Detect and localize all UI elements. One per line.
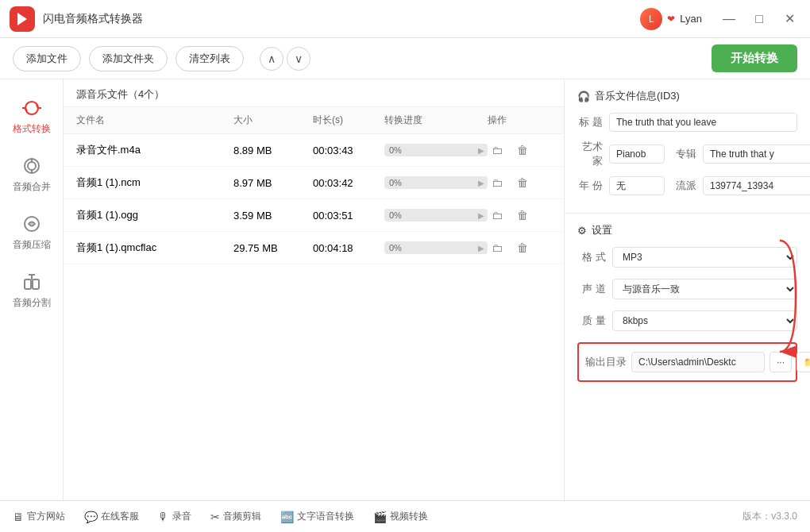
progress-text: 0%: [389, 210, 402, 220]
delete-button[interactable]: 🗑: [513, 206, 532, 225]
col-size: 大小: [233, 114, 313, 127]
right-panel: 🎧 音乐文件信息(ID3) 标 题 艺术家 专辑 年 份 流派: [564, 79, 810, 500]
file-size: 8.89 MB: [233, 145, 313, 156]
output-dots-button[interactable]: ···: [770, 352, 792, 372]
quality-select[interactable]: 8kbps 128kbps 192kbps 320kbps: [612, 310, 797, 331]
progress-bar: 0% ▶: [384, 176, 488, 189]
genre-input[interactable]: [703, 176, 810, 195]
minimize-button[interactable]: —: [718, 8, 740, 30]
format-label: 格 式: [577, 250, 606, 264]
year-label: 年 份: [577, 179, 603, 193]
output-folder-button[interactable]: 📁: [796, 352, 810, 372]
delete-button[interactable]: 🗑: [513, 141, 532, 160]
support-icon: 💬: [84, 511, 98, 523]
file-size: 8.97 MB: [233, 177, 313, 189]
file-duration: 00:03:42: [313, 177, 384, 189]
video-icon: 🎬: [373, 511, 387, 523]
bottombar-item-video[interactable]: 🎬 视频转换: [373, 510, 428, 523]
add-folder-button[interactable]: 添加文件夹: [89, 46, 168, 71]
format-select[interactable]: MP3 AAC FLAC WAV OGG: [612, 247, 797, 268]
delete-button[interactable]: 🗑: [513, 173, 532, 192]
bottombar-item-tts[interactable]: 🔤 文字语音转换: [280, 510, 354, 523]
clear-list-button[interactable]: 清空列表: [176, 46, 244, 71]
info-title-row: 标 题: [577, 113, 797, 132]
sidebar-item-merge[interactable]: 音频合并: [0, 145, 63, 203]
bottombar-item-website[interactable]: 🖥 官方网站: [13, 510, 65, 523]
year-input[interactable]: [609, 176, 665, 195]
progress-bar: 0% ▶: [384, 209, 488, 222]
user-info: L ❤ Lyan: [640, 8, 702, 30]
open-folder-button[interactable]: 🗀: [488, 206, 507, 225]
app-title: 闪电音频格式转换器: [43, 12, 640, 26]
col-action: 操作: [488, 114, 551, 127]
output-section: 输出目录 ··· 📁: [577, 342, 797, 382]
delete-button[interactable]: 🗑: [513, 238, 532, 257]
svg-marker-0: [17, 13, 27, 25]
app-logo: [10, 6, 35, 32]
record-icon: 🎙: [158, 511, 169, 523]
sidebar-label-split: 音频分割: [13, 296, 51, 310]
file-name: 音频1 (1).qmcflac: [76, 241, 233, 255]
col-filename: 文件名: [76, 114, 233, 127]
output-label: 输出目录: [585, 355, 627, 369]
table-row: 音频1 (1).qmcflac 29.75 MB 00:04:18 0% ▶ 🗀…: [64, 232, 564, 264]
sidebar-item-split[interactable]: 音频分割: [0, 261, 63, 319]
user-name: Lyan: [680, 13, 702, 25]
channel-select[interactable]: 与源音乐一致 单声道 立体声: [612, 279, 797, 299]
bottombar-item-record[interactable]: 🎙 录音: [158, 510, 191, 523]
maximize-button[interactable]: □: [748, 8, 770, 30]
action-buttons: 🗀 🗑: [488, 206, 551, 225]
artist-input[interactable]: [609, 145, 665, 164]
file-area: 源音乐文件（4个） 文件名 大小 时长(s) 转换进度 操作 录音文件.m4a …: [64, 79, 564, 500]
file-size: 29.75 MB: [233, 242, 313, 254]
output-path-input[interactable]: [631, 352, 765, 372]
file-size: 3.59 MB: [233, 210, 313, 222]
info-section-title: 🎧 音乐文件信息(ID3): [577, 89, 797, 103]
action-buttons: 🗀 🗑: [488, 173, 551, 192]
titlebar: 闪电音频格式转换器 L ❤ Lyan — □ ✕: [0, 0, 810, 38]
open-folder-button[interactable]: 🗀: [488, 141, 507, 160]
start-convert-button[interactable]: 开始转换: [712, 44, 797, 72]
add-file-button[interactable]: 添加文件: [13, 46, 81, 71]
avatar: L: [640, 8, 662, 30]
version-text: 版本：v3.3.0: [742, 510, 797, 523]
channel-row: 声 道 与源音乐一致 单声道 立体声: [577, 279, 797, 299]
edit-label: 音频剪辑: [223, 510, 261, 523]
channel-label: 声 道: [577, 282, 606, 296]
move-up-button[interactable]: ∧: [260, 47, 284, 71]
video-label: 视频转换: [390, 510, 428, 523]
svg-rect-7: [33, 279, 39, 289]
open-folder-button[interactable]: 🗀: [488, 173, 507, 192]
bottombar-item-edit[interactable]: ✂ 音频剪辑: [210, 510, 261, 523]
open-folder-button[interactable]: 🗀: [488, 238, 507, 257]
title-input[interactable]: [609, 113, 797, 132]
settings-title: ⚙ 设置: [577, 223, 797, 237]
heart-icon: ❤: [667, 13, 675, 25]
bottombar-item-support[interactable]: 💬 在线客服: [84, 510, 139, 523]
gear-icon: ⚙: [577, 225, 587, 237]
sidebar-item-format[interactable]: 格式转换: [0, 87, 63, 145]
sidebar-label-merge: 音频合并: [13, 180, 51, 194]
website-icon: 🖥: [13, 511, 24, 523]
move-down-button[interactable]: ∨: [287, 47, 310, 71]
action-buttons: 🗀 🗑: [488, 141, 551, 160]
format-convert-icon: [21, 97, 43, 119]
col-duration: 时长(s): [313, 114, 384, 127]
sidebar-label-compress: 音频压缩: [13, 238, 51, 252]
file-name: 录音文件.m4a: [76, 143, 233, 157]
progress-text: 0%: [389, 178, 402, 187]
close-button[interactable]: ✕: [778, 8, 800, 30]
tts-label: 文字语音转换: [297, 510, 354, 523]
sidebar-item-compress[interactable]: 音频压缩: [0, 203, 63, 261]
window-controls: — □ ✕: [718, 8, 800, 30]
progress-text: 0%: [389, 145, 402, 155]
tts-icon: 🔤: [280, 511, 294, 523]
toolbar: 添加文件 添加文件夹 清空列表 ∧ ∨ 开始转换: [0, 38, 810, 79]
table-row: 音频1 (1).ncm 8.97 MB 00:03:42 0% ▶ 🗀 🗑: [64, 167, 564, 199]
album-input[interactable]: [703, 145, 810, 164]
output-row: 输出目录 ··· 📁: [585, 352, 789, 372]
file-duration: 00:04:18: [313, 242, 384, 254]
file-list-header: 源音乐文件（4个）: [64, 79, 564, 107]
main-layout: 格式转换 音频合并 音频压缩: [0, 79, 810, 500]
quality-label: 质 量: [577, 314, 606, 328]
